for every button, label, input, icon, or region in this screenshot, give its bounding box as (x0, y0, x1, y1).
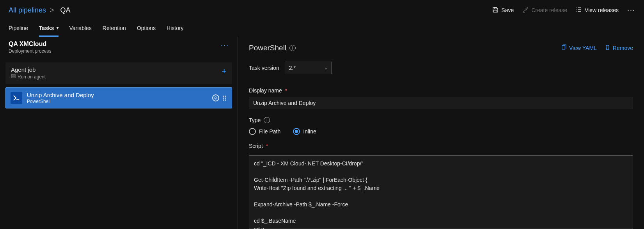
type-filepath-radio[interactable]: File Path (249, 128, 280, 135)
more-actions-button[interactable]: ··· (627, 6, 635, 14)
type-inline-radio[interactable]: Inline (293, 128, 316, 135)
agent-job-row[interactable]: Agent job Run on agent + (5, 62, 232, 84)
task-row-selected[interactable]: Unzip Archive and Deploy PowerShell (5, 87, 232, 108)
type-inline-label: Inline (303, 128, 316, 135)
tab-options[interactable]: Options (137, 20, 156, 37)
remove-label: Remove (613, 45, 633, 51)
create-release-button: Create release (522, 7, 567, 14)
breadcrumb: All pipelines > QA (9, 6, 71, 14)
task-version-label: Task version (249, 65, 279, 71)
agent-job-subtitle: Run on agent (18, 74, 46, 80)
tab-retention-label: Retention (103, 25, 126, 31)
display-name-label: Display name* (249, 87, 633, 94)
save-button[interactable]: Save (492, 7, 514, 14)
stage-subtitle: Deployment process (9, 48, 221, 54)
svg-point-5 (12, 75, 12, 75)
save-label: Save (501, 7, 514, 13)
breadcrumb-root-link[interactable]: All pipelines (9, 6, 46, 14)
copy-icon (561, 44, 567, 51)
rocket-icon (522, 7, 529, 14)
script-textarea[interactable]: cd "_ICD - XM Cloud-.NET Desktop-CI/drop… (249, 155, 633, 229)
tab-variables-label: Variables (69, 25, 92, 31)
task-subtitle: PowerShell (27, 99, 208, 104)
save-icon (492, 7, 499, 14)
breadcrumb-current: QA (60, 6, 71, 14)
remove-task-button[interactable]: Remove (605, 44, 633, 51)
server-icon (11, 74, 16, 80)
tab-options-label: Options (137, 25, 156, 31)
breadcrumb-separator: > (50, 6, 54, 14)
trash-icon (605, 44, 610, 51)
info-icon[interactable]: i (289, 45, 296, 51)
display-name-input[interactable] (249, 97, 633, 109)
task-title: Unzip Archive and Deploy (27, 92, 208, 98)
drag-handle-icon[interactable] (223, 96, 227, 101)
tab-pipeline-label: Pipeline (9, 25, 28, 31)
svg-rect-2 (494, 10, 497, 12)
view-releases-button[interactable]: View releases (576, 7, 619, 14)
agent-job-title: Agent job (11, 66, 222, 73)
type-filepath-label: File Path (259, 128, 280, 135)
create-release-label: Create release (531, 7, 567, 13)
chevron-down-icon: ▾ (57, 26, 59, 30)
tab-pipeline[interactable]: Pipeline (9, 20, 28, 37)
stage-more-button[interactable]: ··· (221, 41, 229, 50)
task-settings-title: PowerShell (249, 44, 286, 52)
svg-point-6 (12, 77, 12, 77)
tab-variables[interactable]: Variables (69, 20, 92, 37)
stage-title: QA XMCloud (9, 41, 221, 48)
view-releases-label: View releases (585, 7, 619, 13)
tab-history[interactable]: History (167, 20, 184, 37)
link-settings-icon[interactable] (212, 94, 219, 101)
list-icon (576, 7, 582, 14)
powershell-icon (11, 92, 22, 104)
info-icon[interactable]: i (264, 117, 270, 123)
script-label: Script* (249, 143, 633, 149)
view-yaml-button[interactable]: View YAML (561, 44, 597, 51)
type-label: Type i (249, 117, 633, 123)
tab-tasks[interactable]: Tasks▾ (39, 20, 59, 37)
tab-history-label: History (167, 25, 184, 31)
add-task-button[interactable]: + (222, 66, 227, 76)
svg-rect-1 (494, 7, 496, 9)
task-version-select[interactable]: 2.* (285, 62, 332, 74)
tab-tasks-label: Tasks (39, 25, 54, 31)
svg-rect-9 (562, 46, 565, 49)
tab-retention[interactable]: Retention (103, 20, 126, 37)
view-yaml-label: View YAML (569, 45, 597, 51)
